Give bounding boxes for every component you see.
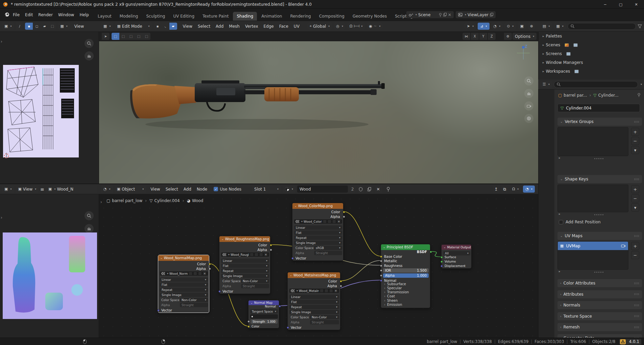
vertex-group-specials-button[interactable]: ▾	[631, 146, 639, 154]
uv-map-field[interactable]	[250, 314, 278, 319]
socket-roughness-in[interactable]	[380, 265, 382, 267]
image-datablock-field[interactable]: ▾Wood_ColorMap...✕	[294, 219, 342, 224]
panel-corner-expand-icon[interactable]: ▸	[559, 212, 560, 216]
panel-grip-icon[interactable]	[634, 235, 639, 237]
expand-icon[interactable]: ▸	[543, 43, 544, 47]
uv-maps-list[interactable]: ▦UVMap	[557, 241, 628, 270]
editor-type-outliner-button[interactable]: ▤▾	[540, 23, 552, 30]
new-image-icon[interactable]	[255, 253, 258, 256]
node-material-output[interactable]: ⌄Material OutputAll▾SurfaceVolumeDisplac…	[441, 244, 472, 269]
minimize-button[interactable]: ─	[597, 0, 613, 9]
panel-attributes[interactable]: ›Attributes	[557, 290, 642, 298]
extension-dropdown[interactable]: Repeat▾	[221, 269, 269, 273]
panel-expand-icon[interactable]: ›	[560, 281, 562, 285]
viewport-hand-icon[interactable]	[524, 89, 533, 98]
tab-rendering[interactable]: Rendering	[286, 12, 314, 21]
socket-alpha-in[interactable]	[380, 274, 382, 277]
remove-shape-key-button[interactable]: −	[631, 194, 639, 202]
node-snap-button[interactable]: Ω▾	[510, 186, 521, 193]
interpolation-dropdown[interactable]: Linear▾	[289, 295, 339, 299]
editor-type-properties-button[interactable]: ☰▾	[540, 81, 552, 88]
unlink-image-icon[interactable]: ✕	[334, 289, 338, 293]
viewport-zoom-icon[interactable]	[524, 76, 533, 85]
alpha-mode-dropdown[interactable]: Straight	[241, 284, 269, 288]
editor-type-image-button-2[interactable]: ▣▾	[2, 186, 14, 193]
scene-selector[interactable]: ▾ Scene ✕	[406, 11, 454, 18]
tab-compositing[interactable]: Compositing	[315, 12, 348, 21]
socket-displacement-in[interactable]	[440, 265, 443, 267]
browse-image-chevron[interactable]: ▾	[296, 289, 298, 292]
interpolation-dropdown[interactable]: Linear▾	[160, 277, 208, 282]
uv-editor-top-canvas[interactable]: ›	[0, 32, 99, 183]
outliner-item-scenes[interactable]: ▸Scenes	[539, 41, 644, 49]
socket-color-out[interactable]	[343, 211, 345, 213]
uvmap-name[interactable]: UVMap	[566, 244, 580, 248]
collapse-icon[interactable]: ⌄	[160, 256, 163, 260]
axis-gizmo[interactable]: Z	[516, 45, 531, 61]
material-users-count[interactable]: 2	[350, 186, 356, 193]
expand-icon[interactable]: ▸	[543, 70, 544, 73]
pack-image-icon[interactable]	[332, 220, 336, 223]
viewport-menu-view[interactable]: View	[180, 22, 195, 31]
source-dropdown[interactable]: Single Image▾	[221, 274, 269, 278]
node-header[interactable]: ⌄Material Output	[442, 245, 471, 250]
viewlayer-name[interactable]: ViewLayer	[468, 13, 488, 17]
panel-vertex-groups[interactable]: ⌄Vertex Groups	[557, 118, 642, 126]
new-image-icon[interactable]	[193, 272, 197, 275]
add-vertex-group-button[interactable]: +	[631, 128, 639, 136]
box-select-invert-button[interactable]: ⬚	[135, 33, 143, 40]
selectability-dropdown[interactable]: ➤▾	[464, 23, 476, 30]
select-mode-vertex-button[interactable]: ▪	[154, 23, 162, 30]
socket-volume-in[interactable]	[440, 261, 443, 263]
source-dropdown[interactable]: Single Image▾	[160, 293, 208, 297]
panel-shape-keys[interactable]: ⌄Shape Keys	[557, 175, 642, 183]
image-name[interactable]: Wood_Metalnes...	[299, 289, 319, 293]
editor-type-image-button[interactable]: ▣▾	[2, 23, 14, 30]
new-material-icon[interactable]	[366, 186, 373, 193]
image-datablock-field[interactable]: ▾Wood_Metalnes...✕	[289, 289, 339, 293]
socket-metallic-in[interactable]	[380, 260, 382, 262]
socket-strength-in[interactable]	[247, 320, 250, 323]
node-header[interactable]: ⌄Wood_RoughnessMap.png	[219, 236, 270, 242]
viewport-menu-vertex[interactable]: Vertex	[242, 22, 261, 31]
fake-user-shield-icon[interactable]	[357, 186, 364, 193]
panel-expand-icon[interactable]: ›	[560, 325, 562, 329]
editor-type-3d-button[interactable]: ▦▾	[101, 23, 113, 30]
panel-grip-icon[interactable]	[634, 282, 639, 284]
unlink-image-icon[interactable]: ✕	[203, 272, 207, 275]
collapse-icon[interactable]: ⌄	[290, 274, 292, 277]
panel-grip-icon[interactable]	[634, 304, 639, 306]
outliner-item-workspaces[interactable]: ▸Workspaces	[539, 67, 644, 76]
socket-alpha-out[interactable]	[270, 249, 272, 251]
new-scene-icon[interactable]	[443, 13, 447, 17]
panel-corner-expand-icon[interactable]: ▸	[559, 156, 560, 159]
extension-dropdown[interactable]: Repeat▾	[160, 288, 208, 292]
alpha-mode-dropdown[interactable]: Straight	[314, 251, 342, 255]
maximize-button[interactable]: ▢	[613, 0, 628, 9]
tab-geometry-nodes[interactable]: Geometry Nodes	[349, 12, 390, 21]
panel-uv-maps[interactable]: ⌄UV Maps	[557, 232, 642, 240]
socket-color-out[interactable]	[340, 280, 342, 282]
viewport-menu-select[interactable]: Select	[195, 22, 213, 31]
shader-menu-node[interactable]: Node	[194, 185, 210, 194]
viewport-menu-edge[interactable]: Edge	[261, 22, 277, 31]
outliner-item-screens[interactable]: ▸Screens	[539, 49, 644, 58]
close-button[interactable]: ✕	[628, 0, 644, 9]
socket-vector-in[interactable]	[218, 290, 221, 293]
socket-surface-in[interactable]	[440, 256, 443, 258]
uvmap-render-camera-icon[interactable]	[621, 244, 626, 248]
socket-alpha-out[interactable]	[209, 268, 211, 270]
use-nodes-checkbox[interactable]: ✓ Use Nodes	[214, 187, 241, 192]
shotgun-model[interactable]	[99, 41, 538, 183]
transform-orientation-selector[interactable]: ⌖Global▾	[307, 23, 332, 30]
node-overlay-toggle[interactable]: ◔▾	[523, 186, 535, 193]
menu-view-uv-top[interactable]: View	[72, 22, 87, 31]
image-name[interactable]: Wood_N	[57, 187, 73, 192]
extension-dropdown[interactable]: Repeat▾	[294, 236, 342, 240]
fake-user-icon[interactable]	[323, 220, 327, 223]
mirror-y-toggle[interactable]: Y	[479, 33, 487, 40]
box-select-tool-button[interactable]: ⬚	[112, 33, 119, 40]
shading-sphere-dropdown[interactable]: ◔▾	[491, 23, 503, 30]
datablock-name-field[interactable]: ▽ Cylinder.004	[557, 104, 640, 112]
box-select-subtract-button[interactable]: ⬚	[127, 33, 135, 40]
